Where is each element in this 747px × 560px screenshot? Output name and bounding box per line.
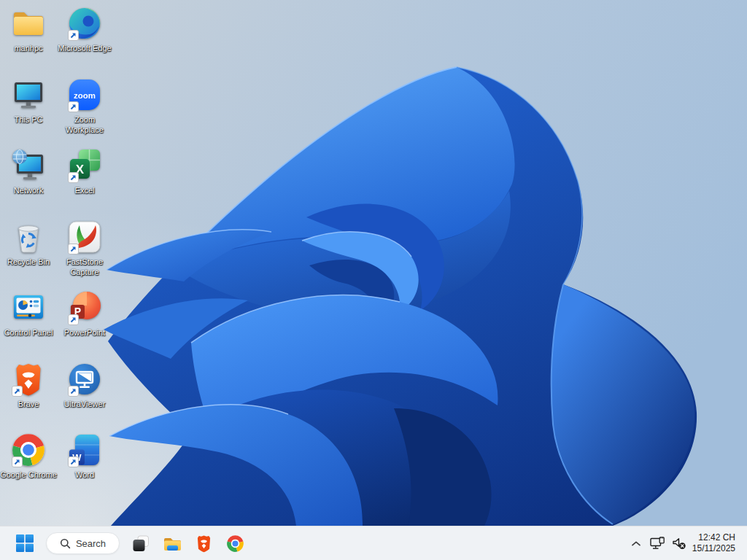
desktop-icon-word[interactable]: W Word (56, 432, 113, 480)
desktop-icon-brave[interactable]: Brave (0, 362, 57, 409)
icon-label: FastStone Capture (56, 257, 113, 277)
search-icon (60, 538, 71, 549)
windows-logo-icon (15, 534, 34, 553)
desktop-icon-faststone-capture[interactable]: FastStone Capture (56, 219, 113, 277)
volume-muted-icon (672, 537, 686, 550)
desktop-icon-manhpc[interactable]: manhpc (0, 6, 57, 53)
this-pc-icon (11, 77, 46, 112)
icon-label: UltraViewer (56, 399, 113, 409)
desktop-icon-recycle-bin[interactable]: Recycle Bin (0, 219, 57, 267)
icon-label: This PC (0, 114, 57, 125)
brave-taskbar-button[interactable] (189, 529, 218, 558)
shortcut-arrow-badge (68, 30, 79, 41)
desktop-icon-control-panel[interactable]: Control Panel (0, 290, 57, 338)
brave-icon (195, 534, 213, 553)
shortcut-arrow-badge (68, 172, 79, 183)
shortcut-arrow-badge (68, 244, 79, 254)
taskbar-left-group: Search (0, 526, 249, 560)
clock-date: 15/11/2025 (692, 543, 735, 554)
start-button[interactable] (10, 529, 39, 558)
icon-label: Google Chrome (0, 470, 57, 480)
icon-label: Network (0, 185, 57, 195)
chrome-taskbar-button[interactable] (220, 529, 249, 558)
system-tray-status-button[interactable] (647, 529, 689, 558)
desktop-icon-excel[interactable]: X Excel (56, 148, 113, 195)
network-wired-icon (650, 537, 665, 551)
file-explorer-button[interactable] (158, 529, 187, 558)
chrome-icon (226, 534, 244, 553)
recycle-bin-icon (11, 219, 46, 254)
desktop-icon-powerpoint[interactable]: P PowerPoint (56, 290, 113, 338)
folder-icon (11, 6, 46, 41)
shortcut-arrow-badge (68, 314, 79, 325)
icon-label: manhpc (0, 43, 57, 53)
icon-label: Control Panel (0, 327, 57, 338)
desktop-icon-this-pc[interactable]: This PC (0, 77, 57, 125)
icon-label: Microsoft Edge (56, 43, 113, 53)
shortcut-arrow-badge (12, 456, 23, 467)
taskbar: Search (0, 526, 747, 560)
icon-label: Excel (56, 185, 113, 195)
taskbar-tray: 12:42 CH 15/11/2025 (625, 526, 747, 560)
desktop-icon-network[interactable]: Network (0, 148, 57, 195)
svg-text:zoom: zoom (74, 91, 96, 100)
shortcut-arrow-badge (12, 386, 23, 397)
shortcut-arrow-badge (68, 456, 79, 467)
desktop-icon-zoom-workplace[interactable]: zoom Zoom Workplace (56, 77, 113, 135)
desktop-screen: manhpc Microsoft Edge This PC (0, 0, 747, 560)
clock-time: 12:42 CH (692, 532, 735, 543)
shortcut-arrow-badge (68, 101, 79, 112)
shortcut-arrow-badge (68, 386, 79, 397)
network-icon (11, 148, 46, 183)
task-view-button[interactable] (126, 529, 155, 558)
task-view-icon (131, 534, 150, 553)
search-placeholder: Search (76, 538, 106, 549)
icon-label: PowerPoint (56, 327, 113, 338)
desktop-icon-microsoft-edge[interactable]: Microsoft Edge (56, 6, 113, 53)
icon-label: Brave (0, 399, 57, 409)
hidden-icons-chevron-button[interactable] (625, 529, 647, 558)
icon-label: Zoom Workplace (56, 114, 113, 135)
taskbar-clock[interactable]: 12:42 CH 15/11/2025 (689, 529, 738, 557)
desktop-icon-google-chrome[interactable]: Google Chrome (0, 432, 57, 480)
icon-label: Word (56, 470, 113, 480)
icon-label: Recycle Bin (0, 257, 57, 267)
desktop-icon-ultraviewer[interactable]: UltraViewer (56, 362, 113, 409)
taskbar-search-box[interactable]: Search (46, 532, 120, 554)
chevron-up-icon (632, 541, 640, 546)
file-explorer-icon (163, 534, 182, 553)
control-panel-icon (11, 290, 46, 325)
